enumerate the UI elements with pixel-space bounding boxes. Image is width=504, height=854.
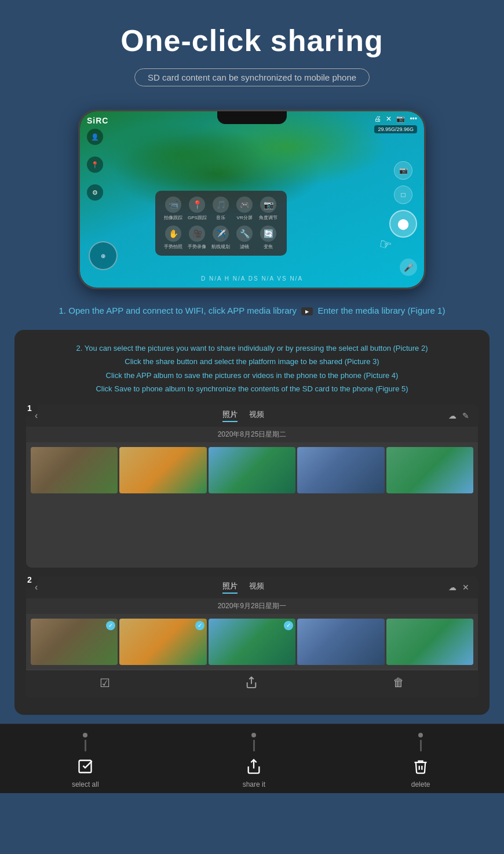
media-panel-1: ‹ 照片 视频 ☁ ✎ 2020年8月25日星期二	[26, 405, 478, 568]
thumb-bg-2-4	[297, 619, 384, 665]
pin-dot-1	[83, 733, 87, 737]
gps-icon: 📍	[189, 197, 205, 213]
share-icon	[245, 676, 258, 692]
tab-photos-2[interactable]: 照片	[222, 581, 238, 594]
action-delete[interactable]: delete	[409, 733, 432, 788]
thumb-bg-1-1	[31, 447, 118, 493]
angle-label: 角度调节	[259, 215, 277, 221]
thumb-bg-2-3	[209, 619, 295, 665]
thumb-1-2	[119, 447, 206, 493]
panel1-number: 1	[21, 400, 38, 416]
menu-gps: 📍 GPS跟踪	[188, 197, 207, 221]
share-it-icon	[242, 755, 265, 778]
phone-notch	[217, 111, 287, 124]
thumb-2-3[interactable]: ✓	[209, 619, 295, 665]
thumb-2-2[interactable]: ✓	[119, 619, 206, 665]
delete-label: delete	[411, 780, 430, 788]
route-icon: ✈️	[213, 226, 229, 242]
thumb-bg-1-3	[209, 447, 295, 493]
select-icon: ☑	[100, 676, 110, 690]
left-controls: 👤 📍 ⚙	[87, 129, 103, 201]
camera-right-btn: 📷	[394, 161, 412, 180]
zoom-icon: 🔄	[260, 226, 276, 242]
phone-screen: SiRC 🖨 ✕ 📷 ••• 29.95G/29.96G 👤 📍 ⚙ 📷 □ ⬤	[80, 111, 424, 288]
more-icon: •••	[410, 115, 417, 123]
gesture-photo-icon: ✋	[165, 226, 181, 242]
instruction-line2: Click the share button and select the pl…	[26, 355, 478, 368]
thumb-2-5[interactable]	[386, 619, 473, 665]
svg-rect-1	[79, 760, 92, 772]
storage-badge: 29.95G/29.96G	[374, 125, 417, 133]
phone-mockup: SiRC 🖨 ✕ 📷 ••• 29.95G/29.96G 👤 📍 ⚙ 📷 □ ⬤	[78, 110, 426, 289]
follow-label: 拍像跟踪	[164, 215, 182, 221]
panel2-wrapper: 2 ‹ 照片 视频 ☁ ✕ 2020年9月28日星期一 ✓	[26, 576, 478, 697]
pin-dot-3	[418, 733, 423, 737]
check-2-3: ✓	[284, 621, 293, 630]
thumb-1-1	[31, 447, 118, 493]
menu-route: ✈️ 航线规划	[211, 226, 231, 250]
instruction-line1: 2. You can select the pictures you want …	[26, 341, 478, 355]
vr-icon: 🎮	[236, 197, 253, 213]
thumb-2-4[interactable]	[297, 619, 384, 665]
vr-label: VR分屏	[237, 215, 253, 221]
toolbar-share-btn[interactable]	[245, 676, 258, 692]
panel2-number: 2	[21, 572, 38, 588]
tab-videos-2[interactable]: 视频	[249, 581, 264, 594]
select-all-icon	[74, 755, 97, 778]
pin-3	[420, 740, 422, 751]
tab-videos-1[interactable]: 视频	[249, 409, 264, 422]
thumb-1-4	[297, 447, 384, 493]
panel2-toolbar: ☑ 🗑	[26, 670, 478, 697]
music-icon: 🎵	[213, 197, 229, 213]
page-title: One-click sharing	[12, 23, 492, 58]
menu-angle: 📷 角度调节	[259, 197, 278, 221]
menu-vr: 🎮 VR分屏	[235, 197, 254, 221]
media-header-icons-2: ☁ ✕	[448, 583, 469, 592]
cloud-icon-2: ☁	[448, 583, 456, 592]
close-icon-2[interactable]: ✕	[462, 583, 469, 592]
thumb-bg-1-5	[386, 447, 473, 493]
instruction-line3: Click the APP album to save the pictures…	[26, 369, 478, 382]
menu-gesture-photo: ✋ 手势拍照	[164, 226, 183, 250]
follow-icon: 📹	[165, 197, 181, 213]
bottom-action-bar: select all share it delete	[0, 724, 504, 793]
music-label: 音乐	[216, 215, 225, 221]
share-it-label: share it	[243, 780, 265, 788]
edit-icon-1: ✎	[462, 411, 469, 420]
hud-text: D N/A H N/A DS N/A VS N/A	[80, 275, 424, 282]
filter-label: 滤镜	[240, 244, 249, 250]
menu-follow: 📹 拍像跟踪	[164, 197, 183, 221]
settings-icon: ⚙	[87, 184, 103, 201]
toolbar-select-btn[interactable]: ☑	[100, 676, 110, 692]
media-panel-2: ‹ 照片 视频 ☁ ✕ 2020年9月28日星期一 ✓ ✓	[26, 576, 478, 697]
check-2-2: ✓	[195, 621, 204, 630]
step1-text: 1. Open the APP and connect to WIFI, cli…	[0, 295, 504, 321]
thumb-2-1[interactable]: ✓	[31, 619, 118, 665]
pin-dot-2	[251, 733, 256, 737]
pin-2	[253, 740, 255, 751]
phone-section: SiRC 🖨 ✕ 📷 ••• 29.95G/29.96G 👤 📍 ⚙ 📷 □ ⬤	[0, 98, 504, 295]
delete-icon: 🗑	[393, 676, 404, 689]
shutter-btn: ⬤	[389, 210, 417, 238]
media-panel2-header: ‹ 照片 视频 ☁ ✕	[26, 576, 478, 598]
media-grid-2: ✓ ✓ ✓	[26, 614, 478, 670]
thumb-bg-1-2	[119, 447, 206, 493]
mic-button: 🎤	[400, 259, 417, 276]
thumb-1-5	[386, 447, 473, 493]
dark-panel: 2. You can select the pictures you want …	[14, 330, 490, 715]
record-mode-btn: □	[394, 186, 412, 204]
toolbar-delete-btn[interactable]: 🗑	[393, 676, 404, 692]
tab-photos-1[interactable]: 照片	[222, 409, 238, 422]
media-tabs-2: 照片 视频	[222, 581, 264, 594]
thumb-bg-2-5	[386, 619, 473, 665]
menu-zoom: 🔄 变焦	[259, 226, 278, 250]
wifi-icon: ✕	[386, 115, 392, 123]
thumb-bg-2-1	[31, 619, 118, 665]
action-share[interactable]: share it	[242, 733, 265, 788]
action-select-all[interactable]: select all	[72, 733, 99, 788]
compass: ⊕	[89, 241, 118, 270]
filter-icon: 🔧	[236, 226, 253, 242]
menu-filter: 🔧 滤镜	[235, 226, 254, 250]
thumb-1-3	[209, 447, 295, 493]
header-section: One-click sharing SD card content can be…	[0, 0, 504, 98]
